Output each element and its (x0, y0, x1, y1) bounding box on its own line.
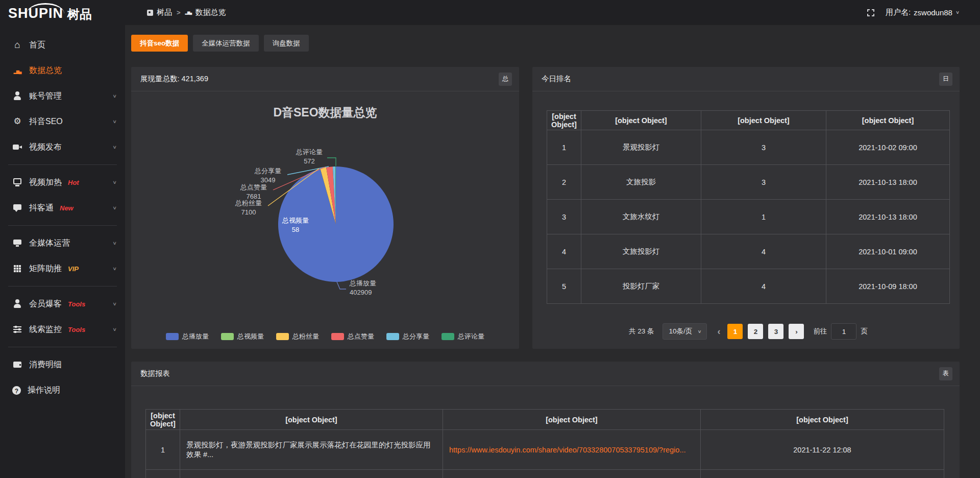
sidebar-item-badge: VIP (68, 265, 79, 273)
sidebar-item-label: 首页 (29, 40, 45, 51)
ranking-table: [object Object][object Object][object Ob… (547, 110, 950, 304)
column-header: [object Object] (146, 410, 180, 430)
wallet-icon (12, 360, 22, 370)
app-logo: SHUPIN 树品 (0, 2, 125, 23)
rank-value: 1 (701, 200, 826, 234)
legend-item[interactable]: 总评论量 (442, 332, 484, 341)
question-icon (12, 386, 21, 395)
legend-label: 总粉丝量 (292, 332, 319, 341)
pie-label-comments: 总评论量572 (289, 148, 329, 165)
sidebar-item[interactable]: 视频加热 Hot (0, 170, 125, 195)
sidebar-item[interactable]: 全媒体运营 (0, 230, 125, 256)
chat-icon (12, 203, 22, 213)
pagination: 共 23 条 10条/页 ∨ ‹ 1 2 3 › 前往 页 (547, 323, 950, 340)
impressions-total-label: 展现量总数: 421,369 (140, 74, 208, 84)
rank-keyword: 文旅水纹灯 (581, 200, 701, 234)
chevron-down-icon (112, 300, 117, 307)
logo-text-cn: 树品 (67, 8, 92, 20)
page-size-select[interactable]: 10条/页 ∨ (663, 323, 707, 340)
sidebar-item-label: 线索监控 (29, 324, 62, 335)
legend-swatch (166, 333, 179, 340)
page-button[interactable]: 2 (748, 324, 763, 339)
sidebar-item[interactable]: 操作说明 (0, 377, 125, 403)
sidebar-item[interactable]: 账号管理 (0, 83, 125, 109)
legend-item[interactable]: 总点赞量 (331, 332, 374, 341)
fullscreen-icon[interactable] (867, 9, 874, 16)
sidebar-item-label: 抖客通 (29, 203, 54, 213)
sidebar-item-label: 账号管理 (29, 91, 62, 102)
legend-swatch (221, 333, 234, 340)
username-value: zswodun88 (914, 8, 952, 17)
report-panel-title: 数据报表 (140, 369, 170, 378)
sidebar-item[interactable]: 视频发布 (0, 134, 125, 160)
ranking-panel-header: 今日排名 日 (532, 67, 960, 91)
sidebar-item[interactable]: 首页 (0, 32, 125, 58)
logo-arc (27, 3, 64, 14)
breadcrumb-home[interactable]: 树品 (146, 8, 172, 17)
pagination-total: 共 23 条 (629, 327, 654, 336)
grid-icon (12, 264, 22, 274)
rank-no: 1 (547, 130, 581, 165)
legend-label: 总播放量 (182, 332, 209, 341)
legend-label: 总评论量 (458, 332, 484, 341)
legend-swatch (276, 333, 289, 340)
legend-label: 总分享量 (403, 332, 429, 341)
sidebar-item[interactable]: 线索监控 Tools (0, 317, 125, 342)
bar-chart-mini-icon (185, 9, 192, 16)
chevron-down-icon (112, 92, 117, 100)
page-buttons: 1 2 3 (727, 324, 783, 339)
gear-icon (12, 116, 22, 127)
top-header: SHUPIN 树品 树品 > 数据总览 用户名: zswodun88 ∨ (0, 0, 980, 25)
report-panel-header: 数据报表 表 (131, 362, 960, 386)
daily-view-button[interactable]: 日 (939, 73, 952, 86)
page-button[interactable]: 3 (768, 324, 783, 339)
sidebar-item[interactable]: 会员爆客 Tools (0, 291, 125, 317)
total-view-button[interactable]: 总 (499, 73, 512, 86)
report-url-link[interactable]: https://www.iesdouyin.com/share/video/70… (449, 446, 686, 454)
sidebar: 首页 数据总览 账号管理 抖音SEO 视频发布 (0, 25, 125, 478)
table-view-button[interactable]: 表 (939, 367, 952, 380)
user-menu[interactable]: 用户名: zswodun88 ∨ (886, 8, 960, 17)
chart-legend: 总播放量 总视频量 总粉丝量 总点赞量 (131, 332, 519, 341)
sliders-icon (12, 324, 22, 334)
rank-time: 2021-10-13 18:00 (826, 165, 949, 200)
sidebar-item[interactable]: 抖音SEO (0, 109, 125, 134)
chevron-down-icon (112, 144, 117, 151)
pie-label-videos: 总视频量58 (273, 216, 318, 234)
goto-page: 前往 页 (813, 323, 868, 340)
tab-button[interactable]: 全媒体运营数据 (193, 35, 259, 52)
legend-label: 总视频量 (237, 332, 264, 341)
table-row: 1 景观投影灯 3 2021-10-02 09:00 (547, 130, 950, 165)
page-button[interactable]: 1 (727, 324, 743, 339)
header-right: 用户名: zswodun88 ∨ (867, 8, 960, 17)
chevron-down-icon (112, 265, 117, 272)
legend-item[interactable]: 总播放量 (166, 332, 209, 341)
sidebar-item-label: 视频加热 (29, 177, 62, 188)
report-time: 2021-11-22 12:08 (700, 430, 944, 470)
column-header: [object Object] (180, 410, 443, 430)
sidebar-item[interactable]: 消费明细 (0, 352, 125, 377)
next-page-button[interactable]: › (789, 324, 804, 339)
legend-item[interactable]: 总视频量 (221, 332, 264, 341)
legend-item[interactable]: 总粉丝量 (276, 332, 319, 341)
sidebar-item[interactable]: 矩阵助推 VIP (0, 256, 125, 281)
data-tabs: 抖音seo数据 全媒体运营数据 询盘数据 (131, 35, 309, 52)
video-camera-icon (12, 142, 22, 152)
breadcrumb-current[interactable]: 数据总览 (185, 8, 226, 17)
sidebar-item-label: 矩阵助推 (29, 264, 62, 274)
screen-outline-icon (12, 177, 22, 187)
sidebar-item[interactable]: 抖客通 New (0, 195, 125, 221)
prev-page-button[interactable]: ‹ (715, 326, 722, 337)
user-icon (12, 91, 22, 101)
tab-button[interactable]: 抖音seo数据 (131, 35, 188, 52)
chevron-down-icon (112, 179, 117, 186)
pie-label-fans: 总粉丝量7100 (228, 199, 269, 217)
report-no: 1 (146, 430, 180, 470)
tab-button[interactable]: 询盘数据 (264, 35, 309, 52)
legend-item[interactable]: 总分享量 (386, 332, 429, 341)
table-row: 5 投影灯厂家 4 2021-10-09 18:00 (547, 269, 950, 304)
breadcrumb: 树品 > 数据总览 (146, 8, 226, 17)
goto-page-input[interactable] (831, 323, 856, 340)
sidebar-item[interactable]: 数据总览 (0, 58, 125, 83)
pie-label-plays: 总播放量402909 (350, 279, 397, 297)
